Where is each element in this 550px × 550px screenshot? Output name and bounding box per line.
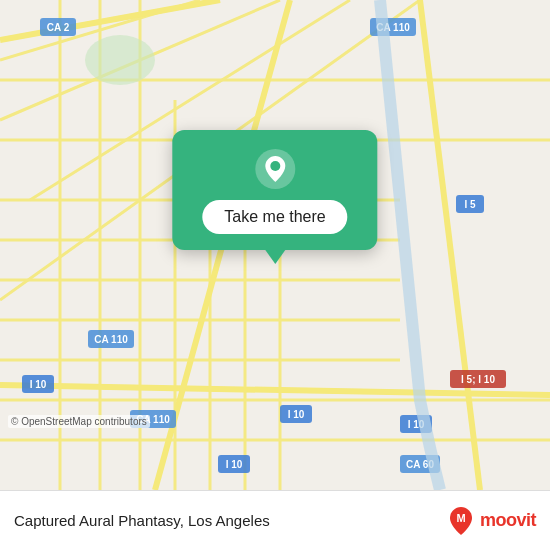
svg-text:I 10: I 10 xyxy=(30,379,47,390)
map-attribution: © OpenStreetMap contributors xyxy=(8,415,150,428)
svg-text:CA 110: CA 110 xyxy=(94,334,128,345)
popup-card: Take me there xyxy=(172,130,377,250)
svg-point-47 xyxy=(85,35,155,85)
location-label: Captured Aural Phantasy, Los Angeles xyxy=(14,512,270,529)
svg-text:M: M xyxy=(456,512,465,524)
svg-point-49 xyxy=(270,161,280,171)
location-pin-icon xyxy=(254,148,296,190)
take-me-there-button[interactable]: Take me there xyxy=(202,200,347,234)
moovit-text: moovit xyxy=(480,510,536,531)
svg-text:I 10: I 10 xyxy=(288,409,305,420)
svg-text:I 10: I 10 xyxy=(226,459,243,470)
moovit-icon: M xyxy=(445,505,477,537)
svg-text:CA 2: CA 2 xyxy=(47,22,70,33)
bottom-bar: Captured Aural Phantasy, Los Angeles M m… xyxy=(0,490,550,550)
map-container: CA 2 CA 110 I 10 CA 110 CA 110 I 10 I 10… xyxy=(0,0,550,490)
moovit-logo: M moovit xyxy=(445,505,536,537)
svg-text:I 5; I 10: I 5; I 10 xyxy=(461,374,495,385)
svg-text:I 5: I 5 xyxy=(464,199,476,210)
